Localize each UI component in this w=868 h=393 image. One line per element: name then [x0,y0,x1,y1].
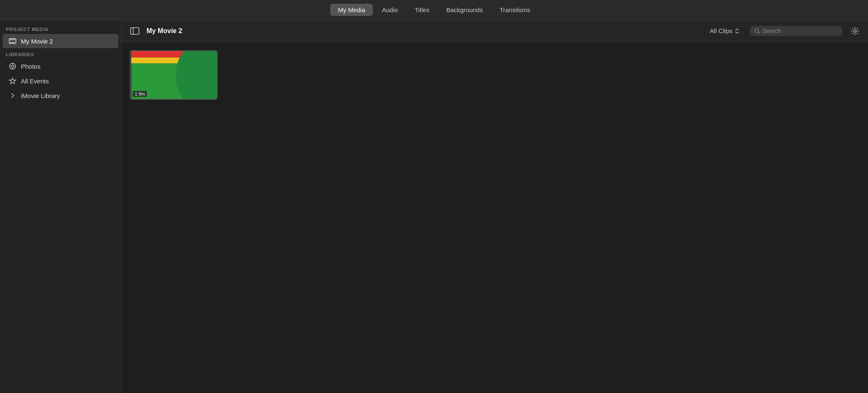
svg-point-18 [755,28,759,32]
media-grid: 1.9m [121,42,868,393]
libraries-label: LIBRARIES [0,49,121,59]
sidebar: PROJECT MEDIA My Movie 2 LIBRARIES [0,20,121,393]
svg-marker-15 [10,78,16,84]
svg-rect-5 [13,39,14,40]
svg-rect-16 [131,28,139,34]
chevron-updown-icon [734,28,740,34]
svg-rect-3 [10,39,11,40]
settings-button[interactable] [849,25,861,37]
tab-titles[interactable]: Titles [407,4,437,16]
svg-point-24 [176,51,217,99]
clip-thumbnail[interactable]: 1.9m [130,50,218,100]
gear-icon [850,26,860,36]
content-header: My Movie 2 All Clips [121,20,868,42]
svg-point-20 [854,30,856,32]
tab-backgrounds[interactable]: Backgrounds [439,4,490,16]
film-icon [8,37,17,45]
search-bar[interactable] [750,26,842,36]
chevron-right-icon [8,91,17,100]
sidebar-item-my-movie-2[interactable]: My Movie 2 [3,34,118,48]
svg-rect-4 [12,39,13,40]
search-icon [754,28,760,34]
main-layout: PROJECT MEDIA My Movie 2 LIBRARIES [0,20,868,393]
tab-audio[interactable]: Audio [375,4,406,16]
sidebar-item-label: All Events [21,78,49,85]
star-icon [8,77,17,85]
svg-point-10 [12,65,14,67]
svg-rect-8 [13,42,14,44]
sidebar-item-label: Photos [21,63,41,70]
content-title: My Movie 2 [146,27,705,35]
sidebar-item-label: iMovie Library [21,92,60,99]
sidebar-item-imovie-library[interactable]: iMovie Library [3,88,118,103]
project-media-label: PROJECT MEDIA [0,23,121,34]
toggle-sidebar-button[interactable] [128,26,141,36]
svg-line-19 [758,32,760,34]
sidebar-item-all-events[interactable]: All Events [3,74,118,88]
top-nav: My Media Audio Titles Backgrounds Transi… [0,0,868,20]
tab-transitions[interactable]: Transitions [492,4,538,16]
all-clips-select[interactable]: All Clips [710,27,740,34]
tab-my-media[interactable]: My Media [330,4,372,16]
content-area: My Movie 2 All Clips [121,20,868,393]
sidebar-item-photos[interactable]: Photos [3,59,118,73]
photos-icon [8,62,17,70]
clip-duration: 1.9m [133,91,147,97]
all-clips-label: All Clips [710,27,732,34]
search-input[interactable] [763,28,829,34]
sidebar-item-label: My Movie 2 [21,38,53,45]
svg-rect-7 [12,42,13,44]
svg-rect-6 [10,42,11,44]
